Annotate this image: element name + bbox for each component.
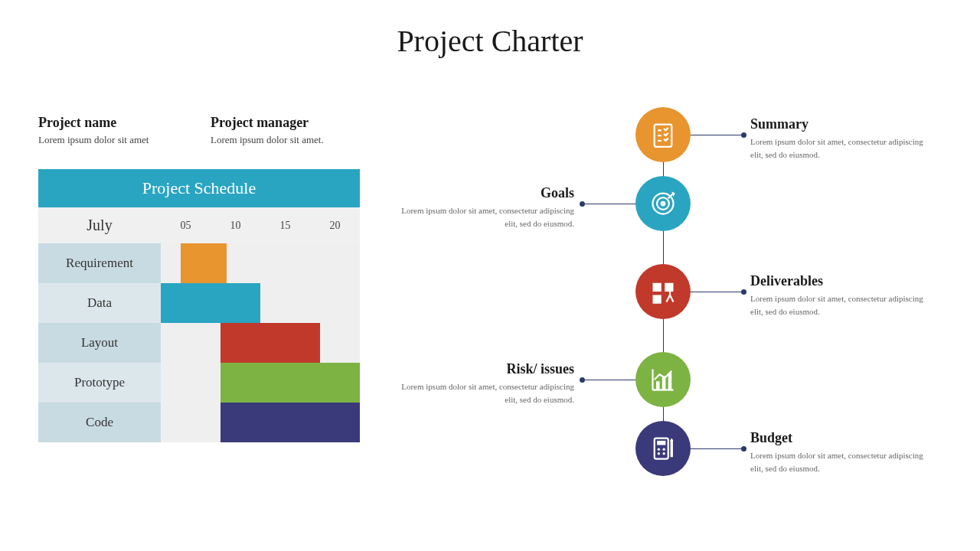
- item-desc: Lorem ipsum dolor sit amet, consectetur …: [750, 135, 926, 161]
- schedule-date: 05: [161, 220, 211, 232]
- schedule-task-label: Layout: [38, 323, 161, 363]
- schedule-header: Project Schedule: [38, 169, 360, 207]
- item-text-block: GoalsLorem ipsum dolor sit amet, consect…: [398, 185, 574, 230]
- schedule-bar: [161, 283, 260, 323]
- project-name-label: Project name: [38, 115, 188, 131]
- schedule-row: Layout: [38, 323, 360, 363]
- svg-point-22: [662, 452, 665, 455]
- schedule-row: Prototype: [38, 363, 360, 403]
- project-manager-value: Lorem ipsum dolor sit amet.: [211, 134, 360, 146]
- schedule-row: Requirement: [38, 243, 360, 283]
- item-title: Deliverables: [750, 273, 926, 289]
- schedule-bar: [220, 363, 360, 403]
- connector-line: [691, 448, 744, 449]
- schedule-month: July: [38, 207, 161, 243]
- item-text-block: Risk/ issuesLorem ipsum dolor sit amet, …: [398, 361, 574, 406]
- connector-line: [691, 292, 744, 292]
- schedule-bar-track: [161, 363, 360, 403]
- schedule-month-row: July 05101520: [38, 207, 360, 243]
- target-icon: [635, 176, 691, 231]
- svg-rect-0: [655, 125, 672, 147]
- item-desc: Lorem ipsum dolor sit amet, consectetur …: [750, 292, 926, 318]
- vertical-connector: [663, 319, 664, 352]
- vertical-connector: [663, 162, 664, 176]
- chart-icon: [635, 352, 691, 407]
- schedule-bar: [220, 403, 360, 442]
- svg-point-20: [662, 448, 665, 450]
- item-text-block: DeliverablesLorem ipsum dolor sit amet, …: [750, 273, 926, 318]
- page-title: Project Charter: [0, 0, 980, 59]
- schedule-bar-track: [161, 403, 360, 442]
- project-name-value: Lorem ipsum dolor sit amet: [38, 134, 188, 146]
- boxes-icon: [635, 264, 691, 319]
- item-title: Budget: [750, 430, 926, 446]
- schedule-bar: [220, 323, 320, 363]
- schedule-task-label: Requirement: [38, 243, 161, 283]
- item-text-block: BudgetLorem ipsum dolor sit amet, consec…: [750, 430, 926, 474]
- schedule-date: 20: [310, 220, 360, 232]
- item-text-block: SummaryLorem ipsum dolor sit amet, conse…: [750, 116, 926, 161]
- svg-rect-14: [656, 381, 660, 390]
- svg-point-19: [658, 448, 660, 450]
- vertical-connector: [663, 231, 664, 264]
- schedule-bar: [181, 243, 227, 283]
- project-manager-label: Project manager: [211, 115, 360, 131]
- svg-rect-8: [653, 283, 662, 292]
- calculator-icon: [635, 421, 691, 476]
- meta-row: Project name Lorem ipsum dolor sit amet …: [38, 115, 360, 146]
- schedule-task-label: Code: [38, 403, 161, 442]
- schedule-task-label: Data: [38, 283, 161, 323]
- project-manager-block: Project manager Lorem ipsum dolor sit am…: [211, 115, 360, 146]
- schedule-row: Code: [38, 403, 360, 442]
- project-name-block: Project name Lorem ipsum dolor sit amet: [38, 115, 188, 146]
- svg-point-21: [658, 452, 660, 455]
- item-title: Risk/ issues: [398, 361, 574, 377]
- schedule-table: Project Schedule July 05101520 Requireme…: [38, 169, 360, 442]
- svg-rect-10: [653, 295, 662, 304]
- svg-rect-16: [668, 373, 672, 390]
- item-title: Goals: [398, 185, 574, 201]
- connector-line: [691, 135, 744, 135]
- schedule-date: 15: [260, 220, 310, 232]
- connector-line: [582, 380, 635, 380]
- svg-point-6: [661, 201, 666, 207]
- schedule-task-label: Prototype: [38, 363, 161, 403]
- item-desc: Lorem ipsum dolor sit amet, consectetur …: [398, 380, 574, 406]
- checklist-icon: [635, 107, 691, 162]
- item-desc: Lorem ipsum dolor sit amet, consectetur …: [398, 204, 574, 230]
- schedule-bar-track: [161, 283, 360, 323]
- schedule-row: Data: [38, 283, 360, 323]
- schedule-date: 10: [211, 220, 260, 232]
- left-column: Project name Lorem ipsum dolor sit amet …: [38, 115, 360, 442]
- item-desc: Lorem ipsum dolor sit amet, consectetur …: [750, 449, 926, 474]
- item-title: Summary: [750, 116, 926, 132]
- schedule-bar-track: [161, 323, 360, 363]
- schedule-bar-track: [161, 243, 360, 283]
- vertical-connector: [663, 407, 664, 421]
- connector-line: [582, 204, 635, 204]
- svg-rect-18: [657, 441, 665, 445]
